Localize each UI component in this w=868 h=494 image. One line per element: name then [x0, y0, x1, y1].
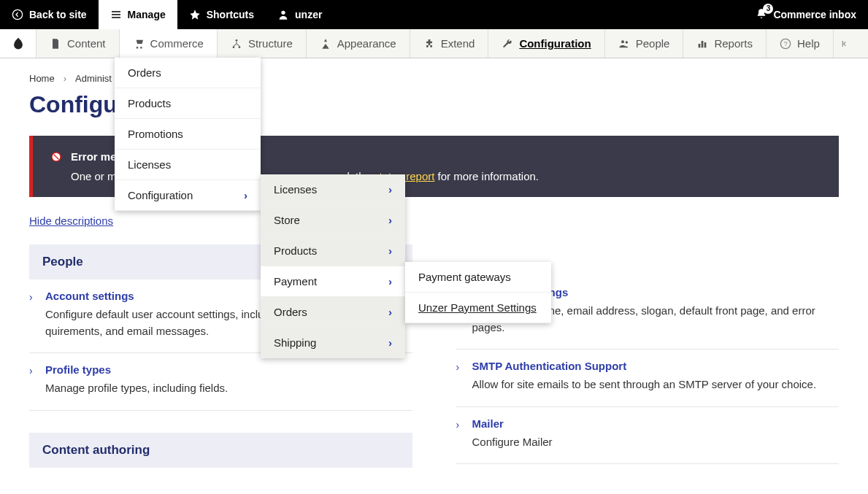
wrench-icon	[502, 38, 513, 50]
section-content-auth-head: Content authoring	[29, 433, 412, 468]
hide-descriptions-link[interactable]: Hide descriptions	[29, 215, 113, 227]
chevron-right-icon: ›	[388, 306, 392, 318]
menu-people-label: People	[636, 37, 670, 50]
dropdown-promotions[interactable]: Promotions	[115, 119, 261, 150]
svg-point-5	[621, 40, 624, 43]
manage-toggle[interactable]: Manage	[99, 0, 177, 29]
user-icon	[277, 9, 289, 20]
menu-people[interactable]: People	[605, 29, 684, 58]
submenu-licenses[interactable]: Licenses›	[261, 174, 405, 205]
inbox-count: 3	[763, 4, 773, 14]
back-to-site[interactable]: Back to site	[0, 0, 99, 29]
reports-icon	[696, 38, 708, 50]
menu-content-label: Content	[67, 37, 106, 50]
shortcuts-label: Shortcuts	[207, 9, 254, 20]
breadcrumb-sep: ›	[64, 73, 66, 84]
item-title: Profile types	[45, 363, 412, 376]
item-desc: Configure Mailer	[472, 434, 840, 451]
svg-point-4	[239, 46, 241, 48]
error-body-prefix: One or m	[71, 170, 117, 182]
menu-appearance-label: Appearance	[337, 37, 396, 50]
svg-rect-7	[699, 44, 701, 47]
inbox-label: Commerce inbox	[773, 9, 856, 20]
menu-reports[interactable]: Reports	[683, 29, 767, 58]
error-icon	[50, 151, 62, 163]
chevron-right-icon: ›	[29, 365, 33, 377]
submenu-shipping[interactable]: Shipping›	[261, 328, 405, 358]
svg-rect-8	[702, 41, 704, 47]
payment-submenu: Payment gateways Unzer Payment Settings	[405, 262, 551, 323]
collapse-toggle[interactable]	[834, 29, 856, 58]
menu-help-label: Help	[797, 37, 820, 50]
help-icon: ?	[780, 38, 791, 50]
section-item-mailer[interactable]: › Mailer Configure Mailer	[456, 407, 840, 465]
drupal-icon	[11, 36, 26, 51]
dropdown-licenses[interactable]: Licenses	[115, 150, 261, 180]
error-body-suffix: for more information.	[434, 170, 539, 182]
people-icon	[618, 38, 630, 50]
menu-configuration-label: Configuration	[519, 37, 591, 50]
chevron-right-icon: ›	[244, 189, 247, 201]
chevron-right-icon: ›	[29, 291, 33, 303]
breadcrumb-admin[interactable]: Administ	[75, 73, 112, 84]
dropdown-orders[interactable]: Orders	[115, 58, 261, 88]
chevron-right-icon: ›	[388, 336, 392, 349]
breadcrumb-home[interactable]: Home	[29, 73, 55, 84]
menu-structure-label: Structure	[248, 37, 293, 50]
dropdown-configuration[interactable]: Configuration›	[115, 180, 261, 211]
menu-help[interactable]: ? Help	[767, 29, 834, 58]
appearance-icon	[320, 38, 331, 50]
menu-configuration[interactable]: Configuration	[488, 29, 604, 58]
submenu-unzer-settings[interactable]: Unzer Payment Settings	[405, 293, 551, 323]
menu-extend-label: Extend	[441, 37, 475, 50]
admin-menu-bar: Content Commerce Structure Appearance Ex…	[0, 29, 868, 58]
submenu-products[interactable]: Products›	[261, 236, 405, 266]
svg-point-6	[625, 41, 627, 43]
user-label: unzer	[295, 9, 322, 20]
shortcuts[interactable]: Shortcuts	[177, 0, 266, 29]
menu-commerce[interactable]: Commerce	[120, 29, 218, 58]
section-item-profile-types[interactable]: › Profile types Manage profile types, in…	[29, 353, 412, 411]
extend-icon	[423, 38, 435, 50]
svg-rect-9	[704, 42, 707, 47]
item-title: Mailer	[472, 417, 840, 430]
submenu-payment-gateways[interactable]: Payment gateways	[405, 262, 551, 293]
item-title: SMTP Authentication Support	[472, 360, 840, 372]
menu-appearance[interactable]: Appearance	[307, 29, 410, 58]
menu-commerce-label: Commerce	[150, 37, 204, 50]
drupal-logo[interactable]	[0, 29, 37, 58]
section-item-smtp[interactable]: › SMTP Authentication Support Allow for …	[456, 350, 840, 407]
back-label: Back to site	[29, 9, 87, 20]
user-menu[interactable]: unzer	[266, 0, 334, 29]
submenu-store[interactable]: Store›	[261, 205, 405, 236]
submenu-orders[interactable]: Orders›	[261, 297, 405, 328]
menu-content[interactable]: Content	[37, 29, 120, 58]
svg-point-3	[233, 46, 235, 48]
dropdown-products[interactable]: Products	[115, 88, 261, 119]
item-desc: Manage profile types, including fields.	[45, 380, 412, 397]
svg-point-2	[236, 39, 238, 42]
chevron-right-icon: ›	[456, 361, 460, 373]
structure-icon	[231, 38, 242, 50]
toolbar-top: Back to site Manage Shortcuts unzer 3 Co…	[0, 0, 868, 29]
menu-extend[interactable]: Extend	[410, 29, 489, 58]
svg-text:?: ?	[783, 40, 787, 47]
svg-point-1	[281, 11, 285, 15]
chevron-right-icon: ›	[388, 183, 392, 196]
chevron-right-icon: ›	[456, 419, 460, 431]
menu-reports-label: Reports	[714, 37, 753, 50]
chevron-right-icon: ›	[388, 275, 392, 287]
commerce-dropdown: Orders Products Promotions Licenses Conf…	[115, 58, 261, 211]
document-icon	[50, 38, 61, 50]
menu-structure[interactable]: Structure	[218, 29, 307, 58]
chevron-right-icon: ›	[388, 244, 392, 257]
collapse-icon	[839, 38, 850, 50]
manage-label: Manage	[128, 9, 166, 20]
svg-point-0	[12, 9, 22, 19]
item-desc: Allow for site emails to be sent through…	[472, 377, 840, 393]
hamburger-icon	[110, 9, 122, 20]
error-title-text: Error me	[71, 150, 117, 163]
star-icon	[189, 9, 201, 20]
submenu-payment[interactable]: Payment›	[261, 266, 405, 297]
commerce-inbox[interactable]: 3 Commerce inbox	[744, 0, 868, 29]
